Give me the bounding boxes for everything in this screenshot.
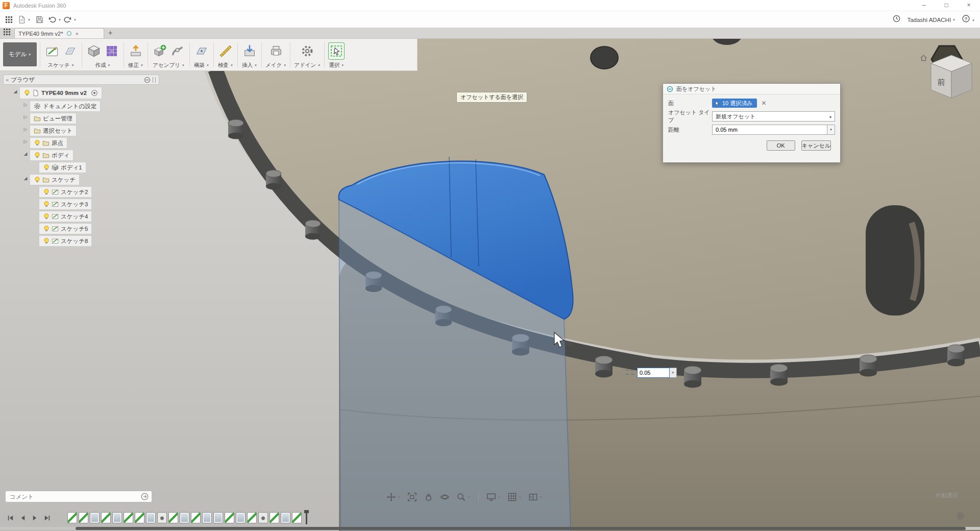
close-button[interactable]: ×	[958, 0, 980, 11]
timeline-feature-extrude[interactable]	[90, 512, 100, 523]
timeline-feature-extrude[interactable]	[281, 512, 290, 523]
timeline-feature-extrude[interactable]	[146, 512, 156, 523]
new-tab-button[interactable]: +	[108, 29, 112, 37]
browser-item-sketch2[interactable]: スケッチ2	[39, 186, 92, 198]
joint-button[interactable]	[169, 42, 186, 60]
inspect-menu[interactable]: 検査	[218, 61, 233, 70]
timeline-feature-sketch[interactable]	[168, 512, 178, 523]
distance-input[interactable]	[712, 125, 827, 135]
undo-button[interactable]	[48, 13, 61, 26]
timeline-feature-extrude[interactable]	[213, 512, 223, 523]
timeline-feature-sketch[interactable]	[101, 512, 111, 523]
construct-menu[interactable]: 構築	[194, 61, 209, 70]
insert-button[interactable]	[241, 42, 258, 60]
orbit-icon[interactable]	[440, 492, 450, 502]
create-pattern-button[interactable]	[104, 42, 120, 60]
sketch-palette-button[interactable]	[62, 42, 78, 60]
pan-move-icon[interactable]	[386, 492, 401, 502]
distance-dropdown-icon[interactable]	[827, 125, 835, 135]
visibility-bulb-icon[interactable]	[43, 188, 50, 196]
browser-item-bodies[interactable]: ボディ	[30, 150, 74, 161]
job-status-icon[interactable]	[892, 14, 901, 25]
timeline-feature-sketch[interactable]	[270, 512, 279, 523]
browser-item-doc-settings[interactable]: ドキュメントの設定	[30, 101, 101, 112]
browser-item-sketches[interactable]: スケッチ	[30, 174, 80, 185]
timeline-feature-extrude[interactable]	[112, 512, 122, 523]
addins-button[interactable]	[299, 42, 315, 60]
viewcube-home-icon[interactable]	[921, 55, 926, 60]
tab-close-icon[interactable]	[75, 31, 78, 36]
select-button[interactable]	[328, 42, 345, 60]
expand-arrow[interactable]	[22, 127, 29, 132]
visibility-bulb-icon[interactable]	[34, 139, 41, 147]
collapse-arrow[interactable]	[22, 176, 29, 181]
timeline-feature-sketch[interactable]	[247, 512, 257, 523]
timeline-feature-sketch[interactable]	[67, 512, 77, 523]
visibility-bulb-icon[interactable]	[43, 237, 50, 245]
timeline-feature-extrude[interactable]	[180, 512, 189, 523]
visibility-bulb-icon[interactable]	[34, 176, 41, 183]
comment-submit-icon[interactable]	[141, 493, 149, 500]
timeline-scrollbar-thumb[interactable]	[76, 527, 966, 530]
grid-snaps-icon[interactable]	[507, 492, 522, 502]
browser-header[interactable]: « ブラウザ	[3, 75, 159, 85]
browser-item-sketch5[interactable]: スケッチ5	[39, 223, 92, 234]
timeline-feature-extrude[interactable]	[236, 512, 246, 523]
minimize-button[interactable]: –	[913, 0, 935, 11]
timeline-feature-sketch[interactable]	[191, 512, 201, 523]
cancel-button[interactable]: キャンセル	[801, 140, 831, 151]
browser-item-sketch4[interactable]: スケッチ4	[39, 211, 92, 222]
timeline-step-back-icon[interactable]	[16, 512, 29, 523]
display-settings-icon[interactable]	[486, 492, 501, 502]
expand-arrow[interactable]	[22, 139, 29, 144]
offset-type-select[interactable]: 新規オフセット	[712, 111, 835, 122]
maximize-button[interactable]: □	[935, 0, 958, 11]
timeline-feature-sketch[interactable]	[225, 512, 234, 523]
timeline-feature-hole[interactable]	[258, 512, 268, 523]
measure-button[interactable]	[217, 42, 234, 60]
new-component-button[interactable]	[152, 42, 168, 60]
dialog-title-bar[interactable]: 面をオフセット	[663, 84, 840, 94]
addins-menu[interactable]: アドイン	[294, 61, 321, 70]
app-grid-icon[interactable]	[2, 13, 15, 26]
ok-button[interactable]: OK	[767, 140, 795, 151]
dialog-collapse-icon[interactable]	[667, 86, 673, 92]
document-tab[interactable]: TYPE40 9mm v2*	[14, 28, 104, 38]
timeline-feature-sketch[interactable]	[292, 512, 302, 523]
save-button[interactable]	[33, 13, 46, 26]
inline-dimension-input[interactable]	[637, 368, 670, 378]
collapse-arrow[interactable]	[22, 151, 29, 156]
workspace-switcher[interactable]: モデル	[3, 42, 37, 66]
browser-root-item[interactable]: TYPE40 9mm v2	[19, 87, 102, 99]
visibility-bulb-icon[interactable]	[23, 89, 31, 96]
assemble-menu[interactable]: アセンブリ	[153, 61, 185, 70]
timeline-feature-sketch[interactable]	[135, 512, 144, 523]
insert-menu[interactable]: 挿入	[242, 61, 257, 70]
data-panel-toggle-icon[interactable]	[3, 28, 12, 37]
clear-selection-icon[interactable]	[762, 100, 767, 107]
viewports-icon[interactable]	[528, 492, 543, 502]
redo-button[interactable]	[63, 13, 77, 26]
make-menu[interactable]: メイク	[265, 61, 286, 70]
comment-input[interactable]	[6, 494, 141, 500]
root-expand-arrow[interactable]	[12, 89, 18, 94]
file-menu-button[interactable]	[17, 13, 31, 26]
help-menu[interactable]	[962, 14, 975, 25]
timeline-skip-start-icon[interactable]	[4, 512, 16, 523]
visibility-bulb-icon[interactable]	[43, 201, 50, 208]
view-cube[interactable]: 前	[919, 48, 980, 105]
activate-component-icon[interactable]	[91, 89, 98, 96]
browser-item-sketch8[interactable]: スケッチ8	[39, 235, 92, 247]
face-selection-badge[interactable]: 10 選択済み	[712, 99, 757, 108]
fit-view-icon[interactable]	[407, 492, 417, 502]
select-menu[interactable]: 選択	[329, 61, 344, 70]
browser-item-sketch3[interactable]: スケッチ3	[39, 199, 92, 210]
timeline-step-forward-icon[interactable]	[29, 512, 41, 523]
expand-arrow[interactable]	[22, 102, 29, 107]
press-pull-button[interactable]	[128, 42, 144, 60]
browser-item-origin[interactable]: 原点	[30, 137, 67, 149]
create-sketch-button[interactable]	[44, 42, 60, 60]
sketch-menu[interactable]: スケッチ	[48, 61, 75, 70]
timeline-settings-gear-icon[interactable]	[956, 512, 965, 522]
make-button[interactable]	[268, 42, 284, 60]
